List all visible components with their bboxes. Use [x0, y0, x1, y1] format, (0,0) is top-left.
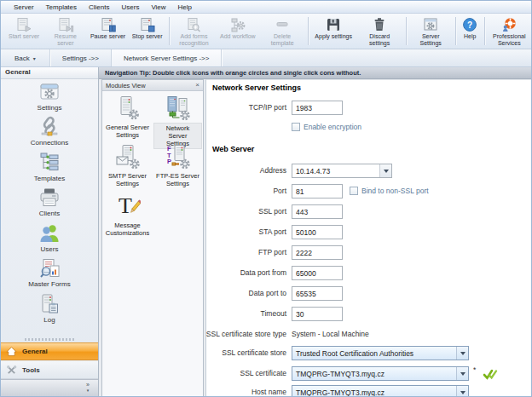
data-port-from-input[interactable] [292, 266, 343, 280]
add-workflow-icon [229, 17, 246, 32]
chevron-down-icon[interactable] [379, 164, 391, 177]
overflow-chevron-button[interactable]: » ▾ [83, 383, 93, 393]
professional-services-button[interactable]: Professional Services [488, 14, 531, 48]
sidebar-item-master-forms[interactable]: Master Forms [1, 257, 98, 288]
ftp-port-row: FTP port [206, 245, 532, 260]
tcp-port-label: TCP/IP port [249, 101, 286, 115]
sidebar-item-settings[interactable]: Settings [1, 81, 98, 112]
close-icon[interactable]: × [195, 82, 200, 89]
host-name-row: Host name TMQPRG-TMYQT3.myq.cz [206, 385, 532, 397]
tools-icon [6, 365, 17, 376]
module-general-server-settings[interactable]: General Server Settings [103, 95, 152, 140]
bind-non-ssl-label: Bind to non-SSL port [361, 184, 429, 198]
toolbar-separator [455, 17, 456, 45]
menu-clients[interactable]: Clients [83, 3, 115, 12]
port-input[interactable] [292, 184, 343, 198]
sidebar-item-log[interactable]: Log [1, 293, 98, 324]
delete-template-button[interactable]: Delete template [260, 14, 305, 48]
breadcrumb-settings-button[interactable]: Settings ->> [50, 49, 112, 66]
ssl-certificate-combobox[interactable]: TMQPRG-TMYQT3.myq.cz [292, 366, 469, 381]
menu-bar: Server Templates Clients Users View Help [1, 1, 531, 14]
smtp-server-settings-icon [115, 144, 141, 170]
cert-store-combobox[interactable]: Trusted Root Certification Authorities [292, 346, 469, 360]
module-ftp-es-server-settings[interactable]: FTP FTP-ES Server Settings [153, 144, 202, 188]
timeout-input[interactable] [292, 307, 343, 321]
breadcrumb-back-button[interactable]: Back ▾ [1, 49, 50, 66]
sidebar-item-users[interactable]: Users [1, 222, 98, 253]
sidebar-item-templates[interactable]: Templates [1, 152, 98, 182]
apply-settings-icon [325, 17, 342, 32]
add-forms-recognition-icon [185, 17, 202, 32]
enable-encryption-checkbox[interactable] [292, 123, 300, 131]
host-name-combobox[interactable]: TMQPRG-TMYQT3.myq.cz [292, 385, 469, 397]
ftp-port-input[interactable] [292, 245, 343, 260]
chevron-down-icon[interactable] [456, 347, 468, 360]
toolbar-separator [169, 17, 170, 45]
server-settings-button[interactable]: Server Settings [409, 14, 453, 48]
data-port-to-input[interactable] [292, 286, 343, 301]
sidebar-tab-tools[interactable]: Tools [1, 361, 98, 379]
sidebar-splitter-handle[interactable] [25, 338, 74, 341]
apply-settings-button[interactable]: Apply settings [311, 14, 356, 48]
sidebar: General Settings Connections Templates C… [1, 67, 99, 397]
menu-templates[interactable]: Templates [40, 3, 83, 12]
ssl-port-label: SSL port [258, 204, 286, 219]
toolbar: Start server Resume server Pause server … [1, 14, 531, 49]
clients-icon [38, 187, 61, 209]
module-smtp-server-settings[interactable]: SMTP Server Settings [103, 144, 152, 188]
add-workflow-button[interactable]: Add workflow [216, 14, 259, 48]
start-server-icon [15, 17, 32, 32]
professional-services-icon [500, 17, 518, 32]
module-message-customizations[interactable]: T Message Customizations [103, 193, 152, 238]
data-port-from-label: Data port from [240, 266, 286, 280]
data-port-to-row: Data port to [206, 286, 532, 301]
stop-server-icon [139, 17, 156, 32]
tcp-port-input[interactable] [292, 101, 343, 115]
settings-form: Network Server Settings TCP/IP port Enab… [205, 79, 532, 397]
address-combobox[interactable]: 10.14.4.73 [292, 164, 392, 178]
chevron-down-icon[interactable] [456, 386, 468, 397]
port-row: Port Bind to non-SSL port [206, 184, 532, 198]
sidebar-tab-general[interactable]: General [1, 342, 98, 360]
resume-server-button[interactable]: Resume server [43, 14, 87, 48]
chevron-down-icon[interactable] [456, 367, 468, 380]
breadcrumb-current-button[interactable]: Network Server Settings ->> [112, 49, 222, 66]
bind-non-ssl-checkbox[interactable] [350, 187, 358, 195]
timeout-row: Timeout [206, 307, 532, 321]
navigation-tip: Navigation Tip: Double click icons with … [99, 67, 532, 79]
stop-server-button[interactable]: Stop server [128, 14, 165, 48]
menu-help[interactable]: Help [172, 3, 198, 12]
modules-view-header: Modules View × [102, 80, 203, 91]
breadcrumb: Back ▾ Settings ->> Network Server Setti… [1, 49, 531, 67]
modules-view-panel: Modules View × General Server Settings N… [101, 79, 204, 397]
ssl-port-input[interactable] [292, 204, 343, 219]
sta-port-input[interactable] [292, 225, 343, 239]
chevron-down-icon: ▾ [87, 388, 90, 393]
address-label: Address [260, 164, 286, 178]
help-icon: ? [461, 17, 478, 32]
module-network-server-settings[interactable]: Network Server Settings [153, 95, 202, 149]
menu-view[interactable]: View [145, 3, 171, 12]
add-forms-recognition-button[interactable]: Add forms recognition [172, 14, 216, 48]
host-name-label: Host name [252, 385, 286, 397]
help-button[interactable]: ? Help [459, 14, 482, 48]
modules-view-title: Modules View [106, 82, 146, 89]
master-forms-icon [38, 257, 61, 279]
sidebar-item-clients[interactable]: Clients [1, 187, 98, 217]
ssl-certificate-label: SSL certificate [240, 366, 287, 381]
ssl-port-row: SSL port [206, 204, 532, 219]
menu-server[interactable]: Server [8, 3, 40, 12]
menu-users[interactable]: Users [115, 3, 145, 12]
toolbar-separator [308, 17, 309, 45]
cert-store-row: SSL certificate store Trusted Root Certi… [206, 346, 532, 360]
start-server-button[interactable]: Start server [4, 14, 43, 48]
application-window: Server Templates Clients Users View Help… [0, 0, 532, 397]
discard-settings-button[interactable]: Discard settings [356, 14, 403, 48]
sidebar-item-connections[interactable]: Connections [1, 116, 98, 147]
svg-text:?: ? [467, 20, 472, 30]
network-server-settings-icon [165, 95, 191, 121]
port-label: Port [273, 184, 286, 198]
pause-server-button[interactable]: Pause server [88, 14, 129, 48]
discard-settings-icon [371, 17, 388, 32]
toolbar-separator [406, 17, 407, 45]
